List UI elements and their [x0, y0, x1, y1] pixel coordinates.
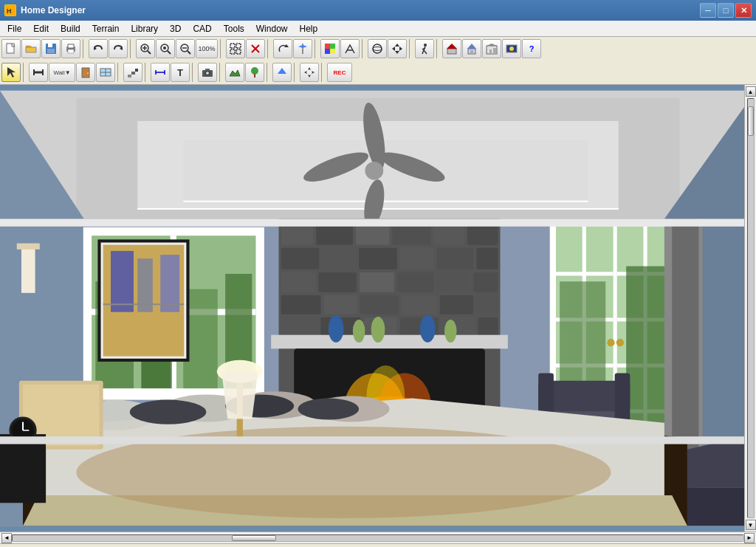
print-button[interactable] — [61, 39, 80, 58]
maximize-button[interactable]: □ — [718, 3, 734, 18]
menu-library[interactable]: Library — [125, 21, 164, 36]
walk-button[interactable] — [415, 39, 434, 58]
zoom-in-button[interactable] — [156, 39, 175, 58]
select-button[interactable] — [226, 39, 245, 58]
svg-rect-192 — [626, 266, 668, 435]
svg-rect-149 — [281, 295, 321, 314]
svg-point-59 — [509, 47, 514, 51]
scroll-track[interactable] — [747, 98, 755, 518]
close-button[interactable]: ✕ — [735, 3, 752, 18]
minimize-button[interactable]: ─ — [700, 3, 716, 18]
svg-rect-151 — [360, 295, 399, 314]
menu-terrain[interactable]: Terrain — [86, 21, 126, 36]
3d-view-button[interactable] — [462, 39, 481, 58]
select-tool[interactable] — [1, 63, 21, 82]
elevation-button[interactable] — [482, 39, 501, 58]
svg-rect-139 — [359, 248, 397, 269]
menu-build[interactable]: Build — [55, 21, 86, 36]
menu-help[interactable]: Help — [293, 21, 323, 36]
menu-tools[interactable]: Tools — [218, 21, 250, 36]
floor-plan-button[interactable] — [442, 39, 461, 58]
scroll-down-button[interactable]: ▼ — [746, 520, 756, 530]
toolbar-2: Wall▼ T — [0, 61, 756, 84]
dimension-tool[interactable] — [151, 63, 170, 82]
stairs-tool[interactable] — [123, 63, 142, 82]
door-tool[interactable] — [76, 63, 95, 82]
scroll-right-button[interactable]: ► — [744, 533, 755, 543]
svg-rect-119 — [17, 244, 40, 250]
scroll-thumb[interactable] — [748, 106, 754, 136]
record-button[interactable]: REC — [327, 63, 352, 82]
flip-button[interactable] — [293, 39, 312, 58]
separator — [117, 63, 121, 82]
horizontal-scrollbar[interactable]: ◄ ► — [0, 531, 756, 543]
camera-tool[interactable] — [198, 63, 217, 82]
separator — [192, 63, 196, 82]
svg-rect-81 — [254, 74, 255, 78]
svg-point-207 — [298, 399, 359, 420]
up-arrow-tool[interactable] — [272, 63, 292, 82]
svg-marker-50 — [447, 44, 457, 49]
svg-rect-225 — [160, 255, 179, 312]
svg-line-47 — [424, 50, 427, 54]
svg-marker-55 — [487, 44, 497, 46]
3d-viewport[interactable]: ▲ ▼ — [0, 85, 756, 531]
svg-rect-57 — [493, 48, 496, 54]
window-tool[interactable] — [96, 63, 115, 82]
wall-type-dropdown[interactable]: Wall▼ — [49, 63, 75, 82]
svg-point-162 — [329, 315, 344, 343]
menu-bar: File Edit Build Terrain Library 3D CAD T… — [0, 21, 756, 37]
svg-rect-9 — [68, 44, 74, 48]
svg-rect-154 — [476, 295, 498, 314]
help-button[interactable]: ? — [522, 39, 541, 58]
undo-button[interactable] — [89, 39, 108, 58]
h-scroll-track[interactable] — [12, 534, 744, 542]
separator — [130, 39, 134, 58]
scroll-left-button[interactable]: ◄ — [1, 533, 12, 543]
text-tool[interactable]: T — [171, 63, 190, 82]
separator — [83, 39, 86, 58]
separator — [362, 39, 365, 58]
svg-rect-141 — [437, 248, 474, 269]
orbit-button[interactable] — [368, 39, 387, 58]
svg-marker-89 — [183, 140, 588, 202]
zoom-out-button[interactable] — [176, 39, 195, 58]
vertical-scrollbar[interactable]: ▲ ▼ — [744, 85, 756, 531]
open-button[interactable] — [21, 39, 41, 58]
zoom-percent-button[interactable]: 100% — [196, 39, 218, 58]
wall-tool[interactable] — [29, 63, 48, 82]
rotate-button[interactable] — [273, 39, 292, 58]
texture-paint-button[interactable] — [340, 39, 360, 58]
move-tool[interactable] — [300, 63, 319, 82]
svg-marker-82 — [278, 68, 286, 74]
svg-point-164 — [371, 317, 385, 343]
svg-rect-161 — [271, 335, 508, 349]
scroll-up-button[interactable]: ▲ — [746, 86, 756, 97]
title-controls: ─ □ ✕ — [700, 3, 752, 18]
h-scroll-thumb[interactable] — [232, 535, 276, 541]
svg-rect-230 — [0, 219, 756, 226]
save-button[interactable] — [41, 39, 61, 58]
menu-cad[interactable]: CAD — [187, 21, 217, 36]
material-button[interactable] — [320, 39, 340, 58]
menu-window[interactable]: Window — [250, 21, 294, 36]
svg-rect-69 — [128, 75, 131, 78]
menu-edit[interactable]: Edit — [27, 21, 55, 36]
svg-rect-118 — [21, 247, 35, 293]
zoom-fit-button[interactable] — [136, 39, 155, 58]
menu-3d[interactable]: 3D — [164, 21, 187, 36]
separator — [145, 63, 148, 82]
redo-button[interactable] — [109, 39, 128, 58]
svg-marker-42 — [392, 47, 395, 51]
terrain-tool[interactable] — [225, 63, 244, 82]
separator — [219, 63, 223, 82]
pan-button[interactable] — [388, 39, 407, 58]
svg-point-189 — [607, 339, 614, 346]
render-button[interactable] — [502, 39, 521, 58]
menu-file[interactable]: File — [1, 21, 27, 36]
plant-tool[interactable] — [245, 63, 264, 82]
new-button[interactable] — [1, 39, 21, 58]
delete-button[interactable] — [246, 39, 265, 58]
svg-point-190 — [616, 339, 624, 346]
svg-point-166 — [444, 320, 457, 343]
